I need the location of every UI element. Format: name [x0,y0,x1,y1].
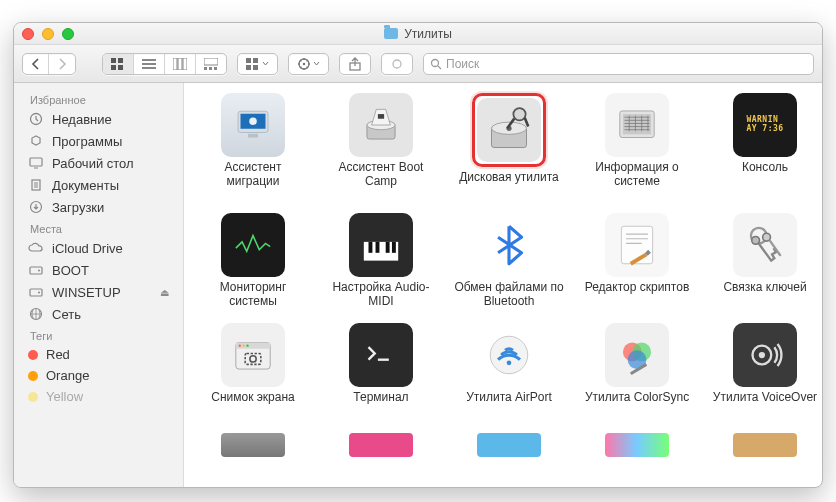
keychain-icon [733,213,797,277]
app-audio-midi[interactable]: Настройка Audio-MIDI [326,213,436,309]
console-icon: WARNIN AY 7:36 [733,93,797,157]
app-label: Консоль [742,161,788,189]
sidebar-section-tags: Теги [14,325,183,344]
sidebar-item-boot[interactable]: BOOT [14,259,183,281]
app-partial-5[interactable] [710,433,820,457]
app-label: Ассистент миграции [198,161,308,189]
svg-rect-0 [111,58,116,63]
svg-rect-27 [30,267,42,274]
toolbar: Поиск [14,45,822,83]
sidebar-label: Программы [52,134,122,149]
svg-rect-12 [209,67,212,70]
disk-icon [28,284,44,300]
minimize-button[interactable] [42,28,54,40]
gallery-view-button[interactable] [196,54,226,74]
sidebar-tag-yellow[interactable]: Yellow [14,386,183,407]
app-script-editor[interactable]: Редактор скриптов [582,213,692,309]
app-colorsync[interactable]: Утилита ColorSync [582,323,692,419]
svg-rect-5 [142,63,156,65]
svg-point-71 [759,352,765,358]
svg-rect-3 [118,65,123,70]
app-console[interactable]: WARNIN AY 7:36 Консоль [710,93,820,199]
app-activity-monitor[interactable]: Мониторинг системы [198,213,308,309]
app-label: Ассистент Boot Camp [326,161,436,189]
svg-rect-49 [376,242,380,253]
sidebar-item-winsetup[interactable]: WINSETUP ⏏ [14,281,183,303]
nav-buttons [22,53,76,75]
svg-point-22 [432,59,439,66]
sidebar-item-network[interactable]: Сеть [14,303,183,325]
partial-icon [349,433,413,457]
app-disk-utility[interactable]: Дисковая утилита [454,93,564,199]
app-partial-4[interactable] [582,433,692,457]
voiceover-icon [733,323,797,387]
tags-button[interactable] [381,53,413,75]
search-field[interactable]: Поиск [423,53,814,75]
folder-icon [384,28,398,39]
share-button[interactable] [339,53,371,75]
sysinfo-icon [605,93,669,157]
svg-rect-9 [183,58,187,70]
activity-icon [221,213,285,277]
svg-rect-1 [118,58,123,63]
app-label: Дисковая утилита [459,171,559,199]
app-airport[interactable]: Утилита AirPort [454,323,564,419]
app-bootcamp[interactable]: Ассистент Boot Camp [326,93,436,199]
app-system-info[interactable]: Информация о системе [582,93,692,199]
svg-rect-15 [253,58,258,63]
svg-rect-4 [142,59,156,61]
list-view-button[interactable] [134,54,165,74]
app-partial-2[interactable] [326,433,436,457]
sidebar-item-icloud[interactable]: iCloud Drive [14,237,183,259]
sidebar-tag-orange[interactable]: Orange [14,365,183,386]
apps-icon [28,133,44,149]
app-migration-assistant[interactable]: Ассистент миграции [198,93,308,199]
svg-rect-10 [204,58,218,65]
app-partial-3[interactable] [454,433,564,457]
app-bluetooth-exchange[interactable]: Обмен файлами по Bluetooth [454,213,564,309]
svg-rect-8 [178,58,182,70]
action-menu[interactable] [288,53,329,75]
app-label: Связка ключей [723,281,806,309]
clock-icon [28,111,44,127]
app-keychain[interactable]: Связка ключей [710,213,820,309]
sidebar-item-desktop[interactable]: Рабочий стол [14,152,183,174]
sidebar-label: Сеть [52,307,81,322]
close-button[interactable] [22,28,34,40]
sidebar-section-locations: Места [14,218,183,237]
downloads-icon [28,199,44,215]
group-menu[interactable] [237,53,278,75]
sidebar-item-applications[interactable]: Программы [14,130,183,152]
tag-dot-icon [28,392,38,402]
icon-view-button[interactable] [103,54,134,74]
sidebar: Избранное Недавние Программы Рабочий сто… [14,83,184,487]
maximize-button[interactable] [62,28,74,40]
app-screenshot[interactable]: Снимок экрана [198,323,308,419]
traffic-lights [22,28,74,40]
eject-icon[interactable]: ⏏ [160,287,169,298]
sidebar-label: iCloud Drive [52,241,123,256]
app-terminal[interactable]: Терминал [326,323,436,419]
app-label: Редактор скриптов [585,281,690,309]
column-view-button[interactable] [165,54,196,74]
sidebar-tag-red[interactable]: Red [14,344,183,365]
sidebar-item-documents[interactable]: Документы [14,174,183,196]
sidebar-item-downloads[interactable]: Загрузки [14,196,183,218]
svg-point-60 [246,344,248,346]
content-area: Ассистент миграции Ассистент Boot Camp [184,83,822,487]
desktop-icon [28,155,44,171]
sidebar-label: Рабочий стол [52,156,134,171]
app-voiceover[interactable]: Утилита VoiceOver [710,323,820,419]
back-button[interactable] [23,54,49,74]
airport-icon [477,323,541,387]
sidebar-label: Недавние [52,112,112,127]
svg-point-28 [38,270,40,272]
finder-window: Утилиты [13,22,823,488]
documents-icon [28,177,44,193]
app-partial-1[interactable] [198,433,308,457]
svg-rect-13 [214,67,217,70]
forward-button[interactable] [49,54,75,74]
sidebar-item-recents[interactable]: Недавние [14,108,183,130]
svg-rect-63 [362,338,400,372]
sidebar-label: Загрузки [52,200,104,215]
